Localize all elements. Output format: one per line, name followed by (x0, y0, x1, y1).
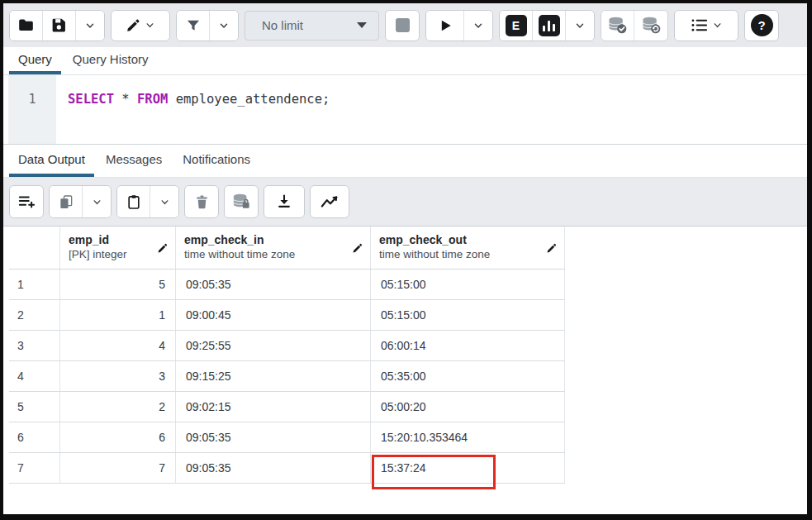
emp-check-out-cell[interactable]: 15:37:24 (371, 453, 565, 483)
emp-check-out-cell[interactable]: 06:00:14 (371, 331, 565, 360)
edit-column-icon[interactable] (352, 242, 363, 254)
copy-button[interactable] (50, 186, 83, 217)
emp-check-in-cell[interactable]: 09:05:35 (176, 422, 371, 452)
sql-star: * (114, 92, 137, 107)
pencil-icon (126, 17, 141, 33)
macros-button-group (674, 10, 738, 41)
column-header-emp-check-out[interactable]: emp_check_out time without time zone (371, 227, 565, 269)
tab-data-output[interactable]: Data Output (9, 145, 94, 177)
line-number: 1 (28, 92, 36, 107)
column-header-emp-check-in[interactable]: emp_check_in time without time zone (176, 227, 371, 269)
execute-dropdown-button[interactable] (464, 11, 492, 41)
database-rollback-icon (641, 16, 662, 35)
emp-check-out-cell[interactable]: 05:00:20 (371, 392, 565, 422)
rollback-button[interactable] (634, 11, 667, 41)
copy-dropdown-button[interactable] (83, 186, 111, 217)
row-number-cell[interactable]: 7 (9, 453, 60, 483)
sql-editor[interactable]: 1 SELECT * FROM employee_attendence; (3, 75, 807, 144)
macros-dropdown-button[interactable] (675, 11, 738, 41)
filter-dropdown-button[interactable] (210, 11, 238, 41)
save-dropdown-button[interactable] (76, 11, 104, 41)
save-results-group (264, 185, 305, 218)
execute-query-button[interactable] (426, 11, 464, 41)
explain-analyze-button[interactable] (533, 11, 566, 41)
transaction-button-group (601, 10, 668, 41)
tab-query[interactable]: Query (9, 47, 61, 74)
emp-check-in-cell[interactable]: 09:05:35 (176, 453, 371, 483)
row-number-cell[interactable]: 4 (9, 361, 60, 391)
delete-row-button[interactable] (185, 186, 218, 217)
emp-check-out-cell[interactable]: 05:15:00 (371, 300, 565, 330)
explain-dropdown-button[interactable] (566, 11, 594, 41)
tab-query-history[interactable]: Query History (64, 47, 158, 74)
edit-column-icon[interactable] (546, 242, 558, 254)
copy-icon (58, 193, 74, 211)
database-commit-icon (607, 16, 628, 35)
emp-check-in-cell[interactable]: 09:25:55 (176, 331, 371, 360)
sql-code-line[interactable]: SELECT * FROM employee_attendence; (56, 75, 807, 144)
select-all-cell[interactable] (9, 227, 60, 269)
save-results-button[interactable] (264, 186, 304, 217)
row-limit-select[interactable]: No limit (245, 11, 379, 41)
chevron-down-icon (574, 20, 586, 31)
play-icon (437, 17, 453, 34)
column-type: time without time zone (379, 247, 556, 262)
save-data-group (224, 185, 259, 218)
emp-check-out-cell[interactable]: 05:35:00 (371, 361, 565, 391)
sql-keyword-from: FROM (137, 92, 168, 107)
file-button-group (9, 10, 105, 41)
cancel-query-button[interactable] (386, 11, 419, 41)
table-row: 5 2 09:02:15 05:00:20 (9, 392, 565, 422)
edit-column-icon[interactable] (157, 242, 169, 254)
emp-id-cell[interactable]: 6 (60, 422, 176, 452)
floppy-disk-icon (50, 17, 68, 34)
row-number-cell[interactable]: 2 (9, 300, 60, 330)
add-row-icon (17, 193, 36, 210)
table-row: 6 6 09:05:35 15:20:10.353464 (9, 422, 565, 453)
tab-notifications[interactable]: Notifications (173, 145, 259, 177)
help-button-group: ? (744, 10, 779, 41)
empty-area (3, 484, 807, 514)
emp-id-cell[interactable]: 2 (60, 392, 176, 422)
paste-button[interactable] (117, 186, 150, 217)
row-number-cell[interactable]: 6 (9, 422, 60, 452)
table-row: 2 1 09:00:45 05:15:00 (9, 300, 565, 331)
emp-check-out-cell[interactable]: 05:15:00 (371, 270, 565, 299)
row-number-cell[interactable]: 1 (9, 270, 60, 299)
tab-messages[interactable]: Messages (97, 145, 171, 177)
emp-check-out-cell[interactable]: 15:20:10.353464 (371, 422, 565, 452)
emp-id-cell[interactable]: 1 (60, 300, 176, 330)
edit-dropdown-button[interactable] (112, 11, 169, 41)
filter-icon (185, 17, 202, 34)
query-tool-window: No limit E (0, 0, 812, 520)
delete-group (184, 185, 219, 218)
trash-icon (194, 193, 210, 210)
emp-id-cell[interactable]: 4 (60, 331, 176, 360)
save-data-changes-button[interactable] (225, 186, 258, 217)
emp-check-in-cell[interactable]: 09:05:35 (176, 270, 371, 299)
query-tabbar: Query Query History (3, 47, 807, 75)
add-row-group (9, 185, 44, 218)
emp-id-cell[interactable]: 7 (60, 453, 176, 483)
emp-check-in-cell[interactable]: 09:02:15 (176, 392, 371, 422)
open-file-button[interactable] (10, 11, 43, 41)
column-header-emp-id[interactable]: emp_id [PK] integer (60, 227, 176, 269)
emp-id-cell[interactable]: 3 (60, 361, 176, 391)
column-name: emp_check_out (379, 232, 556, 247)
paste-dropdown-button[interactable] (150, 186, 178, 217)
emp-check-in-cell[interactable]: 09:00:45 (176, 300, 371, 330)
emp-id-cell[interactable]: 5 (60, 270, 176, 299)
add-row-button[interactable] (10, 186, 43, 217)
row-number-cell[interactable]: 3 (9, 331, 60, 360)
stop-button-group (385, 10, 420, 41)
emp-check-in-cell[interactable]: 09:15:25 (176, 361, 371, 391)
data-grid: emp_id [PK] integer emp_check_in time wi… (3, 226, 807, 484)
graph-visualiser-button[interactable] (311, 186, 349, 217)
commit-button[interactable] (601, 11, 634, 41)
ordered-list-icon (690, 17, 709, 33)
save-file-button[interactable] (43, 11, 76, 41)
explain-button[interactable]: E (500, 11, 533, 41)
filter-button[interactable] (177, 11, 210, 41)
help-button[interactable]: ? (745, 11, 778, 41)
row-number-cell[interactable]: 5 (9, 392, 60, 422)
